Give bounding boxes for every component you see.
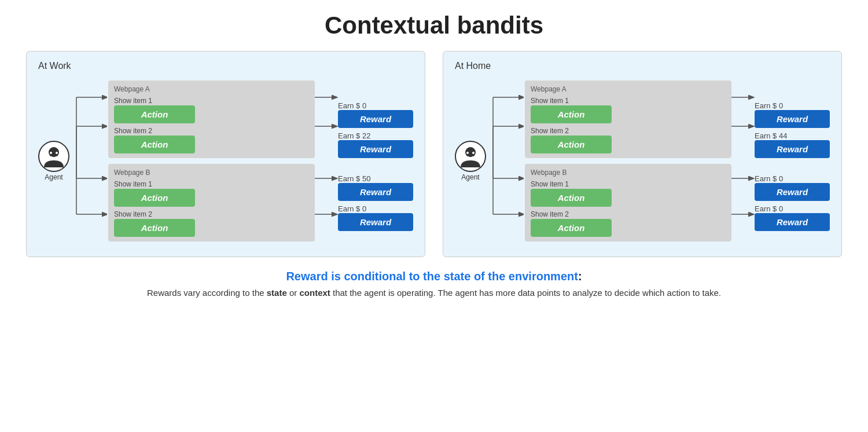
right-wa-rewards: Earn $ 0 Reward Earn $ 44 Reward [755,101,830,158]
right-wa-item1: Show item 1 Action [531,97,726,123]
right-wb-item1-label: Show item 1 [531,180,726,188]
right-agent-icon [455,141,486,172]
left-wa-earn1: Earn $ 0 [338,101,413,110]
right-webpage-b: Webpage B Show item 1 Action Show item 2… [525,164,731,241]
svg-point-2 [50,152,52,154]
left-wb-reward1: Earn $ 50 Reward [338,174,413,201]
left-wb-item1-row: Action [114,189,309,207]
svg-point-19 [472,152,475,154]
reward-conditional-highlight: Reward is conditional to the state of th… [286,270,578,283]
left-webpage-b-title: Webpage B [114,169,309,177]
reward-desc-part1: Rewards vary according to the [147,288,264,298]
left-wb-item1-label: Show item 1 [114,180,309,188]
right-wb-item1: Show item 1 Action [531,180,726,207]
right-webpage-b-items: Show item 1 Action Show item 2 Action [531,180,726,237]
right-wb-item2-label: Show item 2 [531,210,726,218]
left-wa-item2: Show item 2 Action [114,127,309,153]
right-wa-item2-label: Show item 2 [531,127,726,135]
left-agent-icon [38,141,69,172]
left-wa-reward2: Earn $ 22 Reward [338,131,413,158]
right-wb-reward2: Earn $ 0 Reward [755,204,830,231]
right-agent-label: Agent [461,173,479,181]
reward-desc-state: state [267,288,287,298]
left-agent-lines-svg [75,77,107,245]
right-wa-item2-action[interactable]: Action [531,136,612,153]
right-diagram: At Home Agent [443,51,842,257]
svg-point-3 [56,152,58,154]
right-wa-reward1: Earn $ 0 Reward [755,101,830,128]
reward-desc-context: context [299,288,330,298]
left-wa-item2-row: Action [114,136,309,153]
right-webpages-section: Webpage A Show item 1 Action Show item 2… [525,80,731,241]
left-wb-item2-label: Show item 2 [114,210,309,218]
left-rewards-section: Earn $ 0 Reward Earn $ 22 Reward Earn $ … [338,91,413,231]
right-webpage-a: Webpage A Show item 1 Action Show item 2… [525,80,731,158]
left-wb-rewards: Earn $ 50 Reward Earn $ 0 Reward [338,174,413,231]
left-wb-item2-row: Action [114,219,309,237]
right-wa-item1-action[interactable]: Action [531,105,612,123]
left-wa-reward1-btn[interactable]: Reward [338,110,413,128]
left-wa-reward2-btn[interactable]: Reward [338,140,413,158]
right-wb-item2-action[interactable]: Action [531,219,612,237]
reward-description: Rewards vary according to the state or c… [147,288,721,298]
right-wb-earn1: Earn $ 0 [755,174,830,183]
right-wb-reward1: Earn $ 0 Reward [755,174,830,201]
right-webpage-b-title: Webpage B [531,169,726,177]
right-webpage-a-items: Show item 1 Action Show item 2 Action [531,97,726,153]
left-wb-reward1-btn[interactable]: Reward [338,183,413,201]
right-wa-item1-label: Show item 1 [531,97,726,105]
left-webpage-b: Webpage B Show item 1 Action Show item 2 [108,164,315,241]
page-title: Contextual bandits [325,12,543,39]
left-full-diagram: Agent [38,77,413,245]
left-context-label: At Work [38,61,413,71]
left-wb-earn2: Earn $ 0 [338,204,413,213]
left-wa-reward1: Earn $ 0 Reward [338,101,413,128]
right-action-reward-lines [731,77,755,245]
right-agent-lines-svg [492,77,524,245]
right-full-diagram: Agent [455,77,830,245]
left-wb-earn1: Earn $ 50 [338,174,413,183]
left-agent-label: Agent [45,173,62,181]
left-wb-reward2: Earn $ 0 Reward [338,204,413,231]
left-action-reward-lines [315,77,338,245]
right-wa-reward2-btn[interactable]: Reward [755,140,830,158]
diagrams-row: At Work Agent [17,51,851,257]
reward-conditional-text: Reward is conditional to the state of th… [147,270,721,283]
left-wa-item2-label: Show item 2 [114,127,309,135]
left-wa-item1-row: Action [114,105,309,123]
right-wb-item1-action[interactable]: Action [531,189,612,207]
left-wa-item2-action[interactable]: Action [114,136,195,153]
left-agent-col: Agent [38,141,69,181]
right-wb-item2: Show item 2 Action [531,210,726,237]
right-agent-col: Agent [455,141,486,181]
left-wa-item1: Show item 1 Action [114,97,309,123]
left-wb-item1: Show item 1 Action [114,180,309,207]
right-webpage-a-title: Webpage A [531,85,726,93]
left-webpage-a-title: Webpage A [114,85,309,93]
left-webpages-section: Webpage A Show item 1 Action Show item [108,80,315,241]
right-wa-earn1: Earn $ 0 [755,101,830,110]
right-rewards-section: Earn $ 0 Reward Earn $ 44 Reward Earn $ … [755,91,830,231]
left-wb-item2: Show item 2 Action [114,210,309,237]
left-webpage-b-items: Show item 1 Action Show item 2 Action [114,180,309,237]
right-context-label: At Home [455,61,830,71]
right-wb-earn2: Earn $ 0 [755,204,830,213]
reward-desc-or-text: or [289,288,297,298]
left-diagram: At Work Agent [26,51,425,257]
right-wa-reward1-btn[interactable]: Reward [755,110,830,128]
left-wa-item1-action[interactable]: Action [114,105,195,123]
right-wb-reward1-btn[interactable]: Reward [755,183,830,201]
left-wa-item1-label: Show item 1 [114,97,309,105]
left-wb-reward2-btn[interactable]: Reward [338,213,413,231]
right-wa-earn2: Earn $ 44 [755,131,830,140]
right-wa-reward2: Earn $ 44 Reward [755,131,830,158]
left-webpage-a: Webpage A Show item 1 Action Show item [108,80,315,158]
right-wb-rewards: Earn $ 0 Reward Earn $ 0 Reward [755,174,830,231]
right-wb-reward2-btn[interactable]: Reward [755,213,830,231]
right-wa-item2: Show item 2 Action [531,127,726,153]
left-wb-item1-action[interactable]: Action [114,189,195,207]
left-wa-rewards: Earn $ 0 Reward Earn $ 22 Reward [338,101,413,158]
left-wb-item2-action[interactable]: Action [114,219,195,237]
bottom-section: Reward is conditional to the state of th… [147,270,721,298]
svg-point-18 [466,152,469,154]
